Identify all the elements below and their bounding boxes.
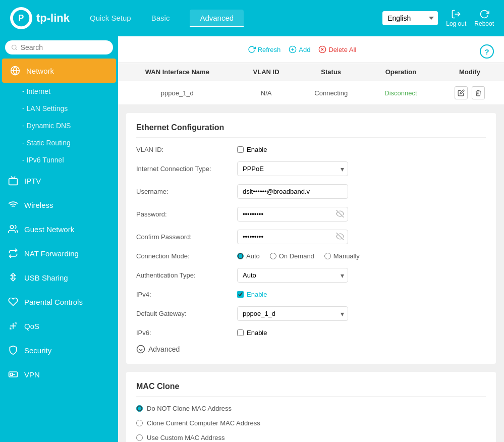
- help-icon[interactable]: ?: [480, 44, 494, 59]
- nav-quick-setup[interactable]: Quick Setup: [90, 10, 131, 27]
- sidebar-vpn-label: VPN: [24, 370, 40, 379]
- default-gateway-select[interactable]: pppoe_1_d: [237, 306, 348, 321]
- auth-type-wrapper: Auto ▾: [237, 268, 348, 283]
- guest-network-icon: [8, 224, 18, 234]
- mac-option-0[interactable]: Do NOT Clone MAC Address: [136, 405, 486, 412]
- sidebar-item-parental[interactable]: Parental Controls: [0, 290, 118, 314]
- connection-type-control: PPPoE ▾: [237, 161, 486, 176]
- security-icon: [8, 345, 18, 355]
- sidebar-item-usb[interactable]: USB Sharing: [0, 265, 118, 290]
- nav-advanced[interactable]: Advanced: [190, 10, 244, 27]
- sidebar-sub-internet[interactable]: - Internet: [0, 83, 118, 100]
- username-input[interactable]: [237, 184, 348, 199]
- mode-auto-radio[interactable]: [237, 253, 244, 259]
- cell-operation[interactable]: Disconnect: [366, 81, 435, 105]
- password-input[interactable]: [237, 207, 348, 222]
- table-area: Refresh Add Delete All: [118, 36, 504, 105]
- vlan-id-checkbox-label[interactable]: Enable: [237, 146, 486, 153]
- logo-text: tp-link: [36, 12, 70, 25]
- delete-all-button[interactable]: Delete All: [318, 45, 356, 53]
- connection-mode-control: Auto On Demand Manually: [237, 252, 486, 260]
- sidebar-item-qos[interactable]: QoS: [0, 314, 118, 338]
- ipv4-checkbox-label[interactable]: Enable: [237, 291, 486, 298]
- mac-option-2-label: Use Custom MAC Address: [147, 434, 225, 441]
- confirm-password-row: Confirm Password:: [136, 230, 486, 244]
- sidebar-item-wireless[interactable]: Wireless: [0, 193, 118, 217]
- sidebar-item-vpn[interactable]: VPN: [0, 362, 118, 386]
- sidebar-item-guest-network[interactable]: Guest Network: [0, 217, 118, 241]
- default-gateway-row: Default Gateway: pppoe_1_d ▾: [136, 306, 486, 321]
- mac-option-2[interactable]: Use Custom MAC Address: [136, 434, 486, 441]
- sidebar-item-iptv[interactable]: IPTV: [0, 169, 118, 193]
- mode-auto[interactable]: Auto: [237, 252, 260, 260]
- sidebar-nat-label: NAT Forwarding: [24, 249, 79, 258]
- connection-type-row: Internet Connection Type: PPPoE ▾: [136, 161, 486, 176]
- sidebar-iptv-label: IPTV: [24, 177, 41, 185]
- mac-option-0-radio[interactable]: [136, 405, 143, 412]
- sidebar-network-sub: - Internet - LAN Settings - Dynamic DNS …: [0, 83, 118, 169]
- ipv6-checkbox[interactable]: [237, 329, 244, 336]
- mode-on-demand[interactable]: On Demand: [270, 252, 314, 260]
- refresh-button[interactable]: Refresh: [248, 45, 281, 53]
- header: P tp-link Quick Setup Basic Advanced Eng…: [0, 0, 504, 36]
- confirm-password-eye-icon[interactable]: [336, 232, 344, 242]
- content-area: Refresh Add Delete All: [118, 36, 504, 442]
- sidebar-item-security[interactable]: Security: [0, 338, 118, 362]
- confirm-password-wrapper: [237, 230, 348, 244]
- sidebar-parental-label: Parental Controls: [24, 298, 83, 306]
- ipv6-checkbox-label[interactable]: Enable: [237, 329, 486, 337]
- connection-type-select[interactable]: PPPoE: [237, 161, 348, 176]
- mac-option-1[interactable]: Clone Current Computer MAC Address: [136, 419, 486, 427]
- nav-basic[interactable]: Basic: [151, 10, 170, 27]
- mac-option-1-radio[interactable]: [136, 420, 143, 426]
- ipv6-label: IPv6:: [136, 329, 237, 337]
- sidebar-sub-ipv6-tunnel[interactable]: - IPv6 Tunnel: [0, 151, 118, 169]
- mode-manually[interactable]: Manually: [324, 252, 360, 260]
- search-input[interactable]: [21, 43, 107, 51]
- password-eye-icon[interactable]: [336, 209, 344, 219]
- confirm-password-input[interactable]: [237, 230, 348, 244]
- sidebar-sub-ddns[interactable]: - Dynamic DNS: [0, 117, 118, 134]
- ipv4-label: IPv4:: [136, 291, 237, 298]
- advanced-toggle-label: Advanced: [148, 345, 180, 353]
- mode-manually-radio[interactable]: [324, 253, 331, 259]
- logout-button[interactable]: Log out: [446, 9, 466, 27]
- sidebar-sub-lan[interactable]: - LAN Settings: [0, 100, 118, 117]
- mode-on-demand-radio[interactable]: [270, 253, 276, 259]
- add-button[interactable]: Add: [289, 45, 310, 53]
- sidebar-item-nat[interactable]: NAT Forwarding: [0, 241, 118, 265]
- mac-option-2-radio[interactable]: [136, 434, 143, 441]
- username-label: Username:: [136, 188, 237, 195]
- add-label: Add: [299, 46, 310, 53]
- col-modify: Modify: [435, 63, 504, 81]
- auth-type-select[interactable]: Auto: [237, 268, 348, 283]
- main-layout: Network - Internet - LAN Settings - Dyna…: [0, 36, 504, 442]
- refresh-label: Refresh: [258, 46, 281, 53]
- connection-mode-row: Connection Mode: Auto On Demand: [136, 252, 486, 260]
- svg-point-9: [10, 226, 14, 229]
- ethernet-config-title: Ethernet Configuration: [136, 123, 486, 138]
- ipv4-checkbox[interactable]: [237, 291, 244, 298]
- mode-on-demand-label: On Demand: [279, 252, 314, 260]
- wireless-icon: [8, 200, 18, 210]
- ethernet-config-section: Ethernet Configuration VLAN ID: Enable I…: [126, 113, 496, 364]
- col-vlan-id: VLAN ID: [237, 63, 296, 81]
- advanced-toggle[interactable]: Advanced: [136, 345, 486, 354]
- reboot-button[interactable]: Reboot: [474, 9, 494, 27]
- edit-icon[interactable]: [455, 86, 468, 99]
- sidebar-qos-label: QoS: [24, 322, 39, 330]
- chevron-down-icon: [136, 345, 145, 354]
- wan-table: WAN Interface Name VLAN ID Status Operat…: [118, 63, 504, 105]
- logo-icon: P: [10, 7, 32, 29]
- col-wan-name: WAN Interface Name: [118, 63, 237, 81]
- sidebar-item-network[interactable]: Network: [2, 59, 116, 83]
- cell-modify: [435, 81, 504, 105]
- vlan-id-checkbox[interactable]: [237, 146, 244, 153]
- auth-type-row: Authentication Type: Auto ▾: [136, 268, 486, 283]
- language-select[interactable]: English: [382, 11, 438, 25]
- sidebar-sub-static-routing[interactable]: - Static Routing: [0, 134, 118, 151]
- cell-vlan-id: N/A: [237, 81, 296, 105]
- delete-icon: [318, 45, 326, 53]
- delete-row-icon[interactable]: [472, 86, 485, 99]
- password-wrapper: [237, 207, 348, 222]
